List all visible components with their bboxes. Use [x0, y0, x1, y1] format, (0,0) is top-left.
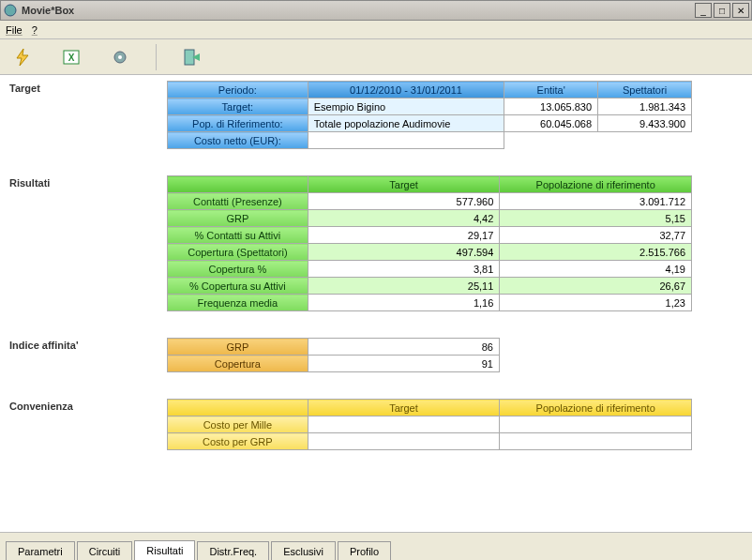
entita-2: 60.045.068	[504, 115, 598, 132]
section-affinita: Indice affinita' GRP 86 Copertura 91	[9, 338, 743, 372]
conv-mille-t	[308, 416, 500, 433]
row-copertura-label: Copertura (Spettatori)	[168, 244, 308, 261]
risultati-pop-header: Popolazione di riferimento	[500, 176, 692, 193]
tab-distrfreq[interactable]: Distr.Freq.	[197, 541, 269, 560]
risultati-target-header: Target	[308, 176, 500, 193]
conv-target-header: Target	[308, 400, 500, 416]
section-label-risultati: Risultati	[9, 175, 167, 311]
affinita-grp-value: 86	[308, 339, 499, 356]
toolbar: X	[0, 39, 752, 75]
section-target: Target Periodo: 01/12/2010 - 31/01/2011 …	[9, 81, 743, 149]
row-pctcontatti-t: 29,17	[308, 227, 500, 244]
toolbar-divider	[156, 44, 157, 70]
affinita-cop-label: Copertura	[168, 356, 308, 372]
maximize-button[interactable]: □	[714, 3, 730, 18]
target-table: Periodo: 01/12/2010 - 31/01/2011 Entita'…	[167, 81, 692, 149]
spettatori-1: 1.981.343	[598, 98, 692, 115]
row-freq-label: Frequenza media	[168, 295, 308, 311]
section-label-convenienza: Convenienza	[9, 399, 167, 450]
row-pctcopertura-t: 25,11	[308, 278, 500, 295]
exit-icon[interactable]	[179, 44, 205, 70]
menu-help[interactable]: ?	[32, 24, 38, 36]
risultati-table: Target Popolazione di riferimento Contat…	[167, 175, 692, 311]
row-coperturapct-t: 3,81	[308, 261, 500, 278]
row-pctcontatti-label: % Contatti su Attivi	[168, 227, 308, 244]
entita-1: 13.065.830	[504, 98, 598, 115]
tab-parametri[interactable]: Parametri	[6, 541, 75, 560]
menubar: File ?	[0, 21, 752, 39]
costo-value[interactable]	[308, 132, 504, 149]
tab-esclusivi[interactable]: Esclusivi	[271, 541, 336, 560]
periodo-value: 01/12/2010 - 31/01/2011	[308, 82, 504, 98]
tab-risultati[interactable]: Risultati	[134, 540, 195, 560]
svg-text:X: X	[68, 53, 75, 63]
window-title: Movie*Box	[22, 5, 693, 16]
row-copertura-p: 2.515.766	[500, 244, 692, 261]
affinita-cop-value: 91	[308, 356, 499, 372]
excel-icon[interactable]: X	[58, 44, 84, 70]
section-risultati: Risultati Target Popolazione di riferime…	[9, 175, 743, 311]
affinita-table: GRP 86 Copertura 91	[167, 338, 500, 372]
tab-circuiti[interactable]: Circuiti	[77, 541, 133, 560]
target-value: Esempio Bigino	[308, 98, 504, 115]
row-contatti-label: Contatti (Presenze)	[168, 193, 308, 210]
risultati-blank-header	[168, 176, 308, 193]
svg-marker-1	[17, 49, 28, 66]
convenienza-table: Target Popolazione di riferimento Costo …	[167, 399, 692, 450]
row-grp-p: 5,15	[500, 210, 692, 227]
spettatori-2: 9.433.900	[598, 115, 692, 132]
entita-header: Entita'	[504, 82, 598, 98]
row-coperturapct-p: 4,19	[500, 261, 692, 278]
gear-icon[interactable]	[107, 44, 133, 70]
row-contatti-t: 577.960	[308, 193, 500, 210]
conv-pop-header: Popolazione di riferimento	[500, 400, 692, 416]
conv-blank-header	[168, 400, 308, 416]
section-label-affinita: Indice affinita'	[9, 338, 167, 372]
svg-point-0	[5, 5, 16, 16]
row-pctcopertura-p: 26,67	[500, 278, 692, 295]
row-pctcopertura-label: % Copertura su Attivi	[168, 278, 308, 295]
menu-file[interactable]: File	[6, 24, 23, 36]
row-pctcontatti-p: 32,77	[500, 227, 692, 244]
svg-point-5	[118, 55, 122, 59]
periodo-label: Periodo:	[168, 82, 308, 98]
pop-value: Totale popolazione Audimovie	[308, 115, 504, 132]
row-freq-p: 1,23	[500, 295, 692, 311]
affinita-grp-label: GRP	[168, 339, 308, 356]
row-coperturapct-label: Copertura %	[168, 261, 308, 278]
target-row-label: Target:	[168, 98, 308, 115]
row-grp-label: GRP	[168, 210, 308, 227]
minimize-button[interactable]: _	[695, 3, 712, 18]
content-area: Target Periodo: 01/12/2010 - 31/01/2011 …	[0, 75, 752, 532]
conv-mille-p	[500, 416, 692, 433]
titlebar: Movie*Box _ □ ✕	[0, 0, 752, 21]
conv-grp-t	[308, 433, 500, 450]
row-contatti-p: 3.091.712	[500, 193, 692, 210]
conv-mille-label: Costo per Mille	[168, 416, 308, 433]
lightning-icon[interactable]	[9, 44, 36, 70]
row-freq-t: 1,16	[308, 295, 500, 311]
row-grp-t: 4,42	[308, 210, 500, 227]
section-label-target: Target	[9, 81, 167, 149]
pop-row-label: Pop. di Riferimento:	[168, 115, 308, 132]
spettatori-header: Spettatori	[598, 82, 692, 98]
costo-row-label: Costo netto (EUR):	[168, 132, 308, 149]
close-button[interactable]: ✕	[732, 3, 749, 18]
section-convenienza: Convenienza Target Popolazione di riferi…	[9, 399, 743, 450]
tab-profilo[interactable]: Profilo	[338, 541, 391, 560]
tabstrip: Parametri Circuiti Risultati Distr.Freq.…	[0, 532, 752, 560]
conv-grp-p	[500, 433, 692, 450]
conv-grp-label: Costo per GRP	[168, 433, 308, 450]
row-copertura-t: 497.594	[308, 244, 500, 261]
app-icon	[3, 3, 18, 18]
